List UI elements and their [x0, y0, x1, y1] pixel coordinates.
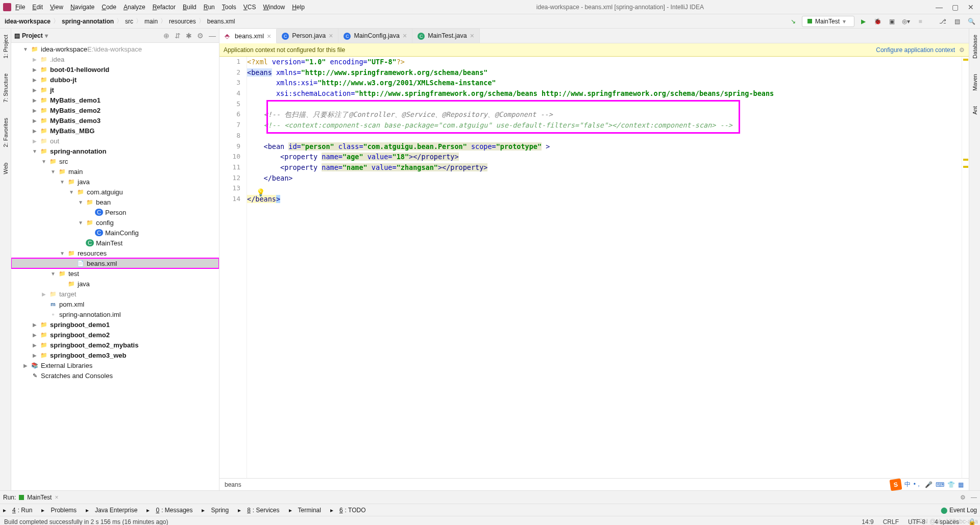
caret-position[interactable]: 14:9	[862, 518, 873, 526]
rail-database[interactable]: Database	[972, 35, 978, 59]
code-line[interactable]: <property name="name" value="zhangsan"><…	[247, 163, 962, 174]
line-number[interactable]: 5	[219, 100, 247, 111]
ime-skin-icon[interactable]: 👕	[947, 481, 955, 488]
menu-run[interactable]: Run	[204, 4, 215, 11]
toolwindow-terminal[interactable]: ▸Terminal	[289, 507, 321, 514]
tree-item[interactable]: ▼📁bean	[11, 197, 219, 207]
toolwindow-problems[interactable]: ▸Problems	[41, 507, 77, 514]
line-number[interactable]: 12	[219, 174, 247, 185]
code-line[interactable]: <!-- 包扫描、只要标注了@Controller、@Service、@Repo…	[247, 110, 962, 121]
expand-arrow-icon[interactable]: ▶	[32, 118, 38, 123]
tree-item[interactable]: ▼📁test	[11, 268, 219, 279]
line-number[interactable]: 3	[219, 79, 247, 89]
tree-item[interactable]: ▼📁src	[11, 156, 219, 166]
toolwindow-run[interactable]: ▸4: Run	[3, 507, 32, 514]
tree-item[interactable]: ✎Scratches and Consoles	[11, 370, 219, 381]
tree-item[interactable]: ▶📁jt	[11, 85, 219, 95]
toolwindow-spring[interactable]: ▸Spring	[202, 507, 229, 514]
editor-tab[interactable]: CMainTest.java×	[412, 29, 480, 43]
tree-item[interactable]: ▶📁MyBatis_demo2	[11, 105, 219, 115]
code-line[interactable]: <beans xmlns="http://www.springframework…	[247, 68, 962, 79]
close-icon[interactable]: ×	[55, 494, 58, 501]
minimize-icon[interactable]: —	[936, 3, 943, 11]
tree-item[interactable]: ▼📁spring-annotation	[11, 146, 219, 156]
line-number[interactable]: 14	[219, 195, 247, 206]
tree-item[interactable]: 📄beans.xml	[11, 258, 219, 268]
tree-item[interactable]: CPerson	[11, 207, 219, 217]
ime-punct-icon[interactable]: •，	[914, 480, 922, 489]
ime-mic-icon[interactable]: 🎤	[925, 481, 933, 488]
expand-arrow-icon[interactable]: ▼	[22, 46, 29, 52]
expand-arrow-icon[interactable]: ▼	[41, 159, 47, 164]
build-hammer-icon[interactable]: ↘	[788, 16, 799, 27]
left-tool-rail[interactable]: 1: Project7: Structure2: FavoritesWeb	[0, 29, 11, 490]
line-separator[interactable]: CRLF	[883, 518, 899, 526]
code-line[interactable]: </bean>	[247, 174, 962, 185]
editor-tabs[interactable]: ⬘beans.xml×CPerson.java×CMainConfig.java…	[219, 29, 969, 43]
warning-marker[interactable]	[963, 159, 968, 161]
chevron-down-icon[interactable]: ▾	[45, 32, 48, 39]
close-icon[interactable]: ×	[403, 32, 407, 40]
gear-icon[interactable]: ⚙	[959, 46, 965, 54]
menu-window[interactable]: Window	[263, 4, 285, 11]
maximize-icon[interactable]: ▢	[952, 3, 959, 11]
event-log-button[interactable]: ⬤ Event Log	[941, 507, 977, 514]
project-tree[interactable]: ▼📁idea-workspace E:\idea-workspace▶📁.ide…	[11, 43, 219, 490]
expand-arrow-icon[interactable]: ▶	[32, 322, 38, 328]
menu-build[interactable]: Build	[183, 4, 197, 11]
tree-item[interactable]: ▶📁springboot_demo2_mybatis	[11, 340, 219, 350]
tree-item[interactable]: ▶📁MyBatis_MBG	[11, 126, 219, 136]
expand-arrow-icon[interactable]: ▶	[32, 128, 38, 134]
hint-bulb-icon[interactable]: 💡	[256, 188, 265, 196]
code-line[interactable]: xmlns:xsi="http://www.w3.org/2001/XMLSch…	[247, 79, 962, 89]
expand-arrow-icon[interactable]: ▼	[59, 251, 65, 256]
editor-tab[interactable]: CMainConfig.java×	[338, 29, 412, 43]
run-icon[interactable]: ▶	[857, 16, 869, 27]
locate-icon[interactable]: ⊕	[163, 32, 169, 40]
breadcrumb-item[interactable]: resources	[167, 18, 198, 25]
line-number[interactable]: 11	[219, 163, 247, 174]
stop-icon[interactable]: ■	[915, 16, 926, 27]
menu-file[interactable]: File	[15, 4, 25, 11]
code-area[interactable]: <?xml version="1.0" encoding="UTF-8"?><b…	[247, 57, 962, 478]
rail-favorites[interactable]: 2: Favorites	[3, 118, 9, 147]
tree-item[interactable]: ▶📁.idea	[11, 54, 219, 64]
tree-item[interactable]: ▶📁target	[11, 289, 219, 299]
expand-arrow-icon[interactable]: ▶	[32, 67, 38, 72]
ime-keyboard-icon[interactable]: ⌨	[936, 481, 944, 488]
profile-icon[interactable]: ◎▾	[900, 16, 912, 27]
project-structure-icon[interactable]: ▤	[951, 16, 963, 27]
tree-item[interactable]: ▼📁com.atguigu	[11, 187, 219, 197]
rail-maven[interactable]: Maven	[972, 74, 978, 91]
code-line[interactable]: xsi:schemaLocation="http://www.springfra…	[247, 89, 962, 100]
expand-arrow-icon[interactable]: ▶	[32, 138, 38, 144]
expand-arrow-icon[interactable]: ▼	[50, 169, 56, 174]
code-line[interactable]: </beans>	[247, 195, 962, 206]
hide-icon[interactable]: —	[209, 32, 216, 40]
gear-icon[interactable]: ⚙	[197, 32, 204, 40]
close-icon[interactable]: ✕	[968, 3, 974, 11]
expand-arrow-icon[interactable]: ▼	[68, 189, 75, 195]
hide-icon[interactable]: —	[971, 494, 977, 501]
tree-item[interactable]: ▼📁main	[11, 166, 219, 177]
expand-arrow-icon[interactable]: ▶	[32, 353, 38, 358]
expand-arrow-icon[interactable]: ▶	[41, 291, 47, 297]
tree-item[interactable]: mpom.xml	[11, 299, 219, 309]
tree-item[interactable]: ▼📁java	[11, 177, 219, 187]
tree-item[interactable]: ▶📚External Libraries	[11, 360, 219, 370]
warning-marker[interactable]	[963, 59, 968, 61]
expand-arrow-icon[interactable]: ▼	[78, 199, 84, 205]
code-line[interactable]: <!-- <context:component-scan base-packag…	[247, 121, 962, 132]
rail-ant[interactable]: Ant	[972, 106, 978, 115]
tree-item[interactable]: ▶📁springboot_demo1	[11, 319, 219, 330]
git-icon[interactable]: ⎇	[937, 16, 948, 27]
tree-item[interactable]: ▶📁out	[11, 136, 219, 146]
rail-project[interactable]: 1: Project	[3, 35, 9, 58]
expand-arrow-icon[interactable]: ▶	[32, 57, 38, 62]
menu-tools[interactable]: Tools	[222, 4, 236, 11]
code-line[interactable]	[247, 100, 962, 111]
close-icon[interactable]: ×	[267, 32, 271, 40]
rail-web[interactable]: Web	[3, 163, 9, 174]
tree-item[interactable]: ▶📁springboot_demo2	[11, 330, 219, 340]
close-icon[interactable]: ×	[329, 32, 333, 40]
